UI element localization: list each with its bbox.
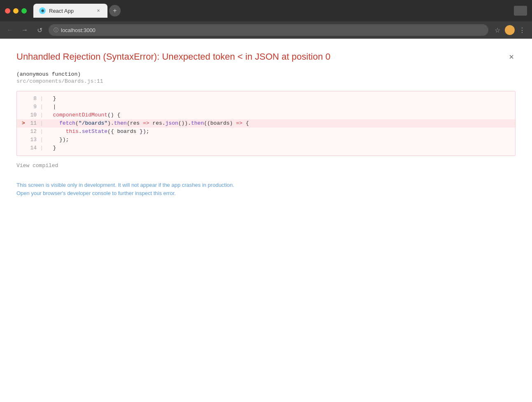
code-line: >11| fetch("/boards").then(res => res.js… bbox=[17, 119, 515, 128]
back-button[interactable]: ← bbox=[4, 24, 16, 36]
line-number: 8 bbox=[28, 95, 40, 102]
line-pipe: | bbox=[40, 95, 43, 102]
profile-avatar[interactable] bbox=[505, 25, 515, 35]
lock-icon: ⓘ bbox=[54, 27, 58, 34]
error-close-button[interactable]: × bbox=[507, 51, 516, 63]
line-code: }); bbox=[47, 137, 69, 143]
line-number: 11 bbox=[28, 120, 40, 126]
view-compiled-link[interactable]: View compiled bbox=[16, 163, 516, 169]
line-pipe: | bbox=[40, 128, 43, 135]
active-tab[interactable]: ⚛ React App × bbox=[33, 4, 107, 18]
address-text: localhost:3000 bbox=[61, 27, 483, 33]
dev-notice-line2: Open your browser's developer console to… bbox=[16, 189, 516, 198]
maximize-window-button[interactable] bbox=[21, 8, 27, 14]
page-content: × Unhandled Rejection (SyntaxError): Une… bbox=[0, 39, 532, 402]
title-bar: ⚛ React App × + bbox=[0, 0, 532, 21]
line-pipe: | bbox=[40, 145, 43, 151]
line-number: 12 bbox=[28, 128, 40, 135]
line-number: 9 bbox=[28, 104, 40, 110]
line-number: 14 bbox=[28, 145, 40, 151]
tab-favicon-icon: ⚛ bbox=[39, 7, 46, 14]
code-line: 10| componentDidMount() { bbox=[17, 111, 515, 119]
line-number: 13 bbox=[28, 137, 40, 143]
line-pipe: | bbox=[40, 104, 43, 110]
line-code: } bbox=[47, 145, 56, 151]
code-line: 9| | bbox=[17, 103, 515, 111]
code-block: 8| }9| |10| componentDidMount() {>11| fe… bbox=[16, 91, 516, 156]
extensions-icon bbox=[514, 6, 527, 16]
menu-button[interactable]: ⋮ bbox=[516, 24, 528, 36]
error-function-name: (anonymous function) bbox=[16, 71, 516, 77]
line-code: componentDidMount() { bbox=[47, 112, 120, 118]
line-pipe: | bbox=[40, 137, 43, 143]
code-line: 8| } bbox=[17, 95, 515, 103]
line-pipe: | bbox=[40, 120, 43, 126]
tab-bar: ⚛ React App × + bbox=[33, 4, 511, 18]
line-code: } bbox=[47, 95, 56, 102]
tab-close-button[interactable]: × bbox=[95, 7, 102, 14]
minimize-window-button[interactable] bbox=[13, 8, 19, 14]
error-source: (anonymous function) src/components/Boar… bbox=[16, 71, 516, 84]
address-bar[interactable]: ⓘ localhost:3000 bbox=[49, 24, 488, 36]
code-line: 14| } bbox=[17, 144, 515, 152]
toolbar: ← → ↺ ⓘ localhost:3000 ☆ ⋮ bbox=[0, 21, 532, 39]
line-code: this.setState({ boards }); bbox=[47, 128, 149, 135]
line-code: | bbox=[47, 104, 56, 110]
traffic-lights bbox=[5, 8, 27, 14]
toolbar-actions: ☆ ⋮ bbox=[492, 24, 528, 36]
forward-button[interactable]: → bbox=[19, 24, 30, 36]
error-title: Unhandled Rejection (SyntaxError): Unexp… bbox=[16, 51, 516, 63]
code-line: 12| this.setState({ boards }); bbox=[17, 128, 515, 136]
error-overlay: × Unhandled Rejection (SyntaxError): Une… bbox=[16, 51, 516, 198]
bookmark-star-button[interactable]: ☆ bbox=[492, 24, 503, 36]
new-tab-button[interactable]: + bbox=[109, 5, 121, 16]
reload-button[interactable]: ↺ bbox=[34, 24, 45, 36]
line-pipe: | bbox=[40, 112, 43, 118]
line-code: fetch("/boards").then(res => res.json())… bbox=[47, 120, 249, 126]
browser-chrome: ⚛ React App × + ← → ↺ ⓘ localhost:3000 bbox=[0, 0, 532, 39]
error-source-location: src/components/Boards.js:11 bbox=[16, 78, 516, 84]
tab-title: React App bbox=[49, 8, 92, 14]
close-window-button[interactable] bbox=[5, 8, 10, 14]
line-number: 10 bbox=[28, 112, 40, 118]
dev-notice-line1: This screen is visible only in developme… bbox=[16, 181, 516, 190]
line-indicator: > bbox=[22, 120, 28, 126]
code-line: 13| }); bbox=[17, 136, 515, 144]
dev-notice: This screen is visible only in developme… bbox=[16, 181, 516, 198]
